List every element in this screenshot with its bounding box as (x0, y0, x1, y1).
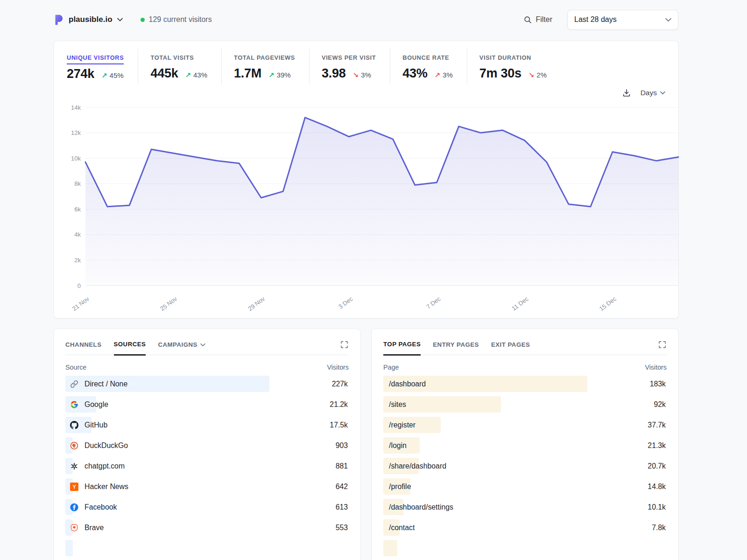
site-switcher[interactable]: plausible.io (54, 14, 123, 26)
list-item-label: /sites (389, 400, 406, 409)
y-axis-tick: 6k (74, 206, 81, 213)
list-item[interactable]: Google21.2k (65, 396, 349, 413)
metric-bounce-rate[interactable]: BOUNCE RATE43%↗3% (390, 49, 467, 84)
metric-change: ↗45% (101, 71, 124, 80)
metric-total-pageviews[interactable]: TOTAL PAGEVIEWS1.7M↗39% (221, 49, 309, 84)
chevron-down-icon (200, 343, 205, 347)
list-item[interactable]: chatgpt.com881 (65, 458, 349, 474)
col-header-source: Source (65, 364, 86, 371)
interval-select[interactable]: Days (641, 89, 665, 97)
date-range-select[interactable]: Last 28 days (567, 10, 678, 30)
list-item-value: 20.7k (648, 462, 666, 470)
chevron-down-icon (665, 18, 671, 22)
list-item[interactable]: Hacker News642 (65, 478, 349, 495)
filter-label: Filter (536, 15, 552, 24)
tab-exit-pages[interactable]: EXIT PAGES (491, 341, 530, 355)
github-icon (70, 421, 78, 429)
y-axis-tick: 14k (71, 104, 81, 111)
metric-label: BOUNCE RATE (402, 54, 449, 61)
tab-campaigns-label: CAMPAIGNS (158, 341, 197, 348)
x-axis-tick: 11 Dec (510, 295, 530, 312)
list-item-label: Facebook (85, 503, 117, 511)
current-visitors[interactable]: 129 current visitors (141, 15, 212, 24)
metric-change-pct: 45% (110, 71, 124, 79)
current-visitors-label: 129 current visitors (149, 15, 212, 24)
list-item-label: /dashboard (389, 380, 426, 388)
tab-channels[interactable]: CHANNELS (65, 341, 102, 355)
expand-icon[interactable] (340, 340, 349, 355)
download-icon[interactable] (622, 88, 631, 98)
x-axis-tick: 29 Nov (247, 295, 266, 312)
metric-visit-duration[interactable]: VISIT DURATION7m 30s↘2% (467, 49, 561, 84)
list-item-label: Hacker News (85, 483, 128, 491)
metric-label: VIEWS PER VISIT (322, 54, 376, 61)
list-item[interactable]: /login21.3k (383, 437, 667, 454)
metric-views-per-visit[interactable]: VIEWS PER VISIT3.98↘3% (309, 49, 390, 84)
filter-button[interactable]: Filter (524, 15, 552, 24)
trend-arrow-icon: ↘ (352, 71, 359, 79)
tab-entry-pages[interactable]: ENTRY PAGES (433, 341, 479, 355)
list-item[interactable]: GitHub17.5k (65, 417, 349, 433)
list-item-label: /profile (389, 483, 411, 491)
list-item-value: 183k (650, 380, 666, 388)
list-item-value: 881 (336, 462, 348, 470)
visitors-area-chart[interactable]: 02k4k6k8k10k12k14k21 Nov25 Nov29 Nov3 De… (63, 102, 675, 313)
x-axis-tick: 21 Nov (71, 295, 91, 312)
list-item-label: /share/dashboard (389, 462, 446, 470)
expand-icon[interactable] (658, 340, 667, 355)
list-item-label: Direct / None (85, 380, 127, 388)
hackernews-icon (70, 483, 78, 491)
y-axis-tick: 0 (78, 282, 81, 289)
y-axis-tick: 10k (71, 155, 81, 162)
list-item-value: 10.1k (648, 503, 666, 511)
list-item[interactable]: /register37.7k (383, 417, 667, 433)
live-dot-icon (141, 18, 145, 22)
list-item[interactable]: /share/dashboard20.7k (383, 458, 667, 474)
list-item[interactable]: /sites92k (383, 396, 667, 413)
sources-panel: CHANNELS SOURCES CAMPAIGNS Source Visito… (54, 329, 360, 560)
list-item-value: 227k (332, 380, 348, 388)
facebook-icon (70, 503, 78, 511)
metric-unique-visitors[interactable]: UNIQUE VISITORS274k↗45% (67, 49, 138, 85)
list-item[interactable]: /dashboard/settings10.1k (383, 499, 667, 515)
list-item-label: /contact (389, 524, 415, 532)
tab-sources[interactable]: SOURCES (114, 341, 146, 356)
tab-top-pages[interactable]: TOP PAGES (383, 341, 421, 356)
list-item[interactable]: Brave553 (65, 519, 349, 536)
list-item-value: 553 (336, 524, 348, 532)
sources-tabs: CHANNELS SOURCES CAMPAIGNS (65, 340, 349, 355)
list-item[interactable]: Facebook613 (65, 499, 349, 515)
site-name: plausible.io (69, 15, 113, 24)
list-item[interactable]: /contact7.8k (383, 519, 667, 536)
list-item-partial[interactable] (383, 540, 667, 556)
list-item-value: 17.5k (330, 421, 348, 429)
google-icon (70, 400, 78, 409)
metric-total-visits[interactable]: TOTAL VISITS445k↗43% (138, 49, 221, 84)
metric-change: ↘3% (352, 71, 371, 79)
list-item-value: 92k (654, 400, 666, 409)
list-item-value: 37.7k (648, 421, 666, 429)
list-item[interactable]: /profile14.8k (383, 478, 667, 495)
tab-campaigns[interactable]: CAMPAIGNS (158, 341, 205, 355)
metrics-row: UNIQUE VISITORS274k↗45%TOTAL VISITS445k↗… (67, 49, 665, 85)
list-item-value: 613 (336, 503, 348, 511)
top-bar: plausible.io 129 current visitors Filter… (54, 9, 678, 30)
list-item-value: 642 (336, 483, 348, 491)
brave-icon (70, 524, 78, 532)
value-bar (65, 540, 73, 556)
list-item[interactable]: Direct / None227k (65, 376, 349, 392)
list-item-label: /login (389, 441, 407, 450)
col-header-visitors: Visitors (327, 364, 349, 371)
plausible-logo-icon (54, 14, 64, 26)
metric-label: UNIQUE VISITORS (67, 54, 124, 64)
date-range-value: Last 28 days (574, 15, 665, 24)
list-item-value: 7.8k (652, 524, 666, 532)
y-axis-tick: 12k (71, 129, 81, 136)
list-item-value: 21.2k (330, 400, 348, 409)
list-item-partial[interactable] (65, 540, 349, 556)
x-axis-tick: 25 Nov (159, 295, 178, 312)
list-item[interactable]: /dashboard183k (383, 376, 667, 392)
trend-arrow-icon: ↗ (101, 71, 107, 80)
list-item[interactable]: DuckDuckGo903 (65, 437, 349, 454)
y-axis-tick: 2k (74, 257, 81, 264)
